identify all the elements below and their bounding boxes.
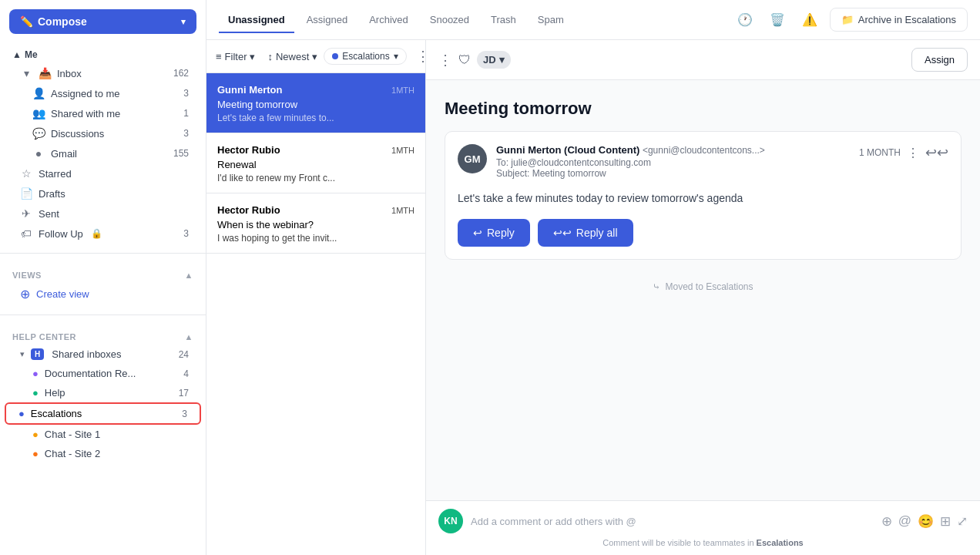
comment-add-icon-button[interactable]: ⊕	[881, 513, 892, 530]
commenter-avatar: KN	[438, 509, 463, 533]
sidebar-item-doc-re[interactable]: ● Documentation Re... 4	[5, 364, 201, 383]
reply-actions: ↩ Reply ↩↩ Reply all	[458, 219, 948, 247]
from-email: <gunni@cloudcontentcons...>	[643, 145, 765, 156]
reply-all-icon-button[interactable]: ↩↩	[925, 144, 948, 161]
help-center-chevron-icon: ▲	[185, 332, 193, 341]
gmail-count: 155	[173, 148, 189, 159]
views-label: Views	[12, 271, 42, 280]
sidebar-item-help[interactable]: ● Help 17	[5, 383, 201, 402]
comment-footer: Comment will be visible to teammates in …	[438, 538, 968, 550]
discussions-label: Discussions	[51, 128, 104, 140]
compose-button[interactable]: ✏️ Compose ▾	[9, 9, 196, 34]
email-subject-2: When is the webinar?	[217, 219, 414, 230]
inbox-tag-chevron-icon: ▾	[394, 51, 398, 62]
email-item-0[interactable]: Gunni Merton 1MTH Meeting tomorrow Let's…	[206, 73, 425, 133]
tab-unassigned[interactable]: Unassigned	[219, 8, 294, 33]
sidebar-item-discussions[interactable]: 💬 Discussions 3	[5, 123, 201, 143]
moved-label: ⤷ Moved to Escalations	[445, 272, 962, 308]
email-subject-1: Renewal	[217, 159, 414, 170]
alarm-button[interactable]: 🕐	[733, 8, 757, 32]
sidebar-item-chat-site2[interactable]: ● Chat - Site 2	[5, 444, 201, 463]
shared-inboxes-count: 24	[179, 349, 189, 360]
compose-label: Compose	[38, 15, 87, 28]
sort-icon: ↕	[267, 51, 273, 62]
views-header[interactable]: Views ▲	[0, 263, 206, 283]
reply-label: Reply	[487, 227, 515, 239]
sidebar-top: ✏️ Compose ▾	[0, 0, 206, 40]
filter-button[interactable]: ≡ Filter ▾	[216, 51, 255, 62]
assigned-to-me-icon: 👤	[32, 87, 45, 99]
reply-button[interactable]: ↩ Reply	[458, 219, 530, 247]
sidebar-item-follow-up[interactable]: 🏷 Follow Up 🔒 3	[5, 224, 201, 244]
views-chevron-icon: ▲	[185, 271, 193, 280]
sort-button[interactable]: ↕ Newest ▾	[267, 51, 317, 62]
user-initials: JD	[483, 54, 496, 66]
reply-all-icon: ↩↩	[553, 227, 572, 239]
comment-emoji-button[interactable]: 😊	[918, 513, 934, 530]
assign-button[interactable]: Assign	[911, 48, 968, 72]
sidebar-item-inbox[interactable]: ▾ 📥 Inbox 162	[5, 63, 201, 83]
sidebar-item-escalations[interactable]: ● Escalations 3	[5, 402, 201, 425]
email-item-2[interactable]: Hector Rubio 1MTH When is the webinar? I…	[206, 193, 425, 254]
sort-chevron-icon: ▾	[312, 51, 317, 62]
comment-expand-button[interactable]: ⤢	[957, 513, 968, 530]
from-name: Gunni Merton (Cloud Content)	[496, 144, 639, 156]
sent-label: Sent	[39, 208, 59, 220]
tab-assigned[interactable]: Assigned	[297, 8, 357, 33]
inbox-chevron-icon: ▾	[20, 67, 32, 79]
list-more-button[interactable]: ⋮	[416, 48, 426, 65]
detail-content: Meeting tomorrow GM Gunni Merton (Cloud …	[426, 80, 980, 500]
tab-snoozed[interactable]: Snoozed	[421, 8, 478, 33]
sidebar-item-starred[interactable]: ☆ Starred	[5, 163, 201, 183]
comment-attachment-button[interactable]: ⊞	[940, 513, 951, 530]
me-header[interactable]: ▲ Me	[0, 43, 206, 63]
email-time-1: 1MTH	[391, 146, 414, 155]
detail-shield-button[interactable]: 🛡	[458, 53, 471, 67]
create-view-button[interactable]: ⊕ Create view	[5, 283, 201, 305]
sidebar-item-assigned-to-me[interactable]: 👤 Assigned to me 3	[5, 83, 201, 103]
sidebar-item-gmail[interactable]: ● Gmail 155	[5, 143, 201, 163]
email-sender-1: Hector Rubio	[217, 144, 280, 156]
inbox-tag[interactable]: Escalations ▾	[324, 48, 406, 65]
assigned-to-me-count: 3	[183, 88, 189, 99]
compose-icon: ✏️	[20, 15, 33, 28]
archive-in-escalations-button[interactable]: 📁 Archive in Escalations	[830, 8, 968, 32]
email-detail: ⋮ 🛡 JD ▾ Assign Meeting tomorrow GM Gunn…	[426, 40, 980, 555]
compose-dropdown-icon: ▾	[181, 17, 186, 27]
sidebar-item-shared-with-me[interactable]: 👥 Shared with me 1	[5, 103, 201, 123]
starred-icon: ☆	[20, 167, 32, 180]
gmail-dot-icon: ●	[32, 147, 45, 160]
email-subject-0: Meeting tomorrow	[217, 99, 414, 110]
tab-archived[interactable]: Archived	[360, 8, 418, 33]
detail-more-button[interactable]: ⋮	[438, 52, 452, 69]
sidebar-item-drafts[interactable]: 📄 Drafts	[5, 183, 201, 204]
comment-mention-button[interactable]: @	[898, 513, 911, 529]
reply-all-label: Reply all	[576, 227, 618, 239]
create-view-plus-icon: ⊕	[20, 287, 30, 301]
help-center-h-badge: H	[31, 348, 44, 360]
delete-button[interactable]: 🗑️	[765, 8, 790, 32]
tabs-actions: 🕐 🗑️ ⚠️ 📁 Archive in Escalations	[733, 8, 968, 32]
reply-all-button[interactable]: ↩↩ Reply all	[538, 219, 633, 247]
doc-re-dot-icon: ●	[32, 368, 39, 379]
email-preview-2: I was hoping to get the invit...	[217, 233, 387, 244]
detail-user-avatar-button[interactable]: JD ▾	[477, 51, 511, 69]
sidebar-item-chat-site1[interactable]: ● Chat - Site 1	[5, 425, 201, 444]
alert-button[interactable]: ⚠️	[797, 8, 822, 32]
sidebar-item-sent[interactable]: ✈ Sent	[5, 204, 201, 224]
filter-chevron-icon: ▾	[250, 51, 255, 62]
me-label: Me	[25, 49, 38, 60]
discussions-count: 3	[183, 128, 189, 139]
sort-label: Newest	[276, 51, 309, 62]
help-center-header[interactable]: Help Center ▲	[0, 325, 206, 345]
comment-input[interactable]	[471, 516, 874, 527]
list-toolbar: ≡ Filter ▾ ↕ Newest ▾ Escalations ▾ ⋮	[206, 40, 425, 73]
email-time-0: 1MTH	[391, 86, 414, 95]
email-detail-subject: Meeting tomorrow	[445, 99, 962, 119]
tab-trash[interactable]: Trash	[482, 8, 525, 33]
email-more-button[interactable]: ⋮	[907, 146, 919, 160]
email-item-1[interactable]: Hector Rubio 1MTH Renewal I'd like to re…	[206, 133, 425, 193]
tab-spam[interactable]: Spam	[529, 8, 573, 33]
sidebar-item-shared-inboxes[interactable]: ▾ H Shared inboxes 24	[5, 345, 201, 364]
chat-site2-label: Chat - Site 2	[45, 448, 100, 459]
